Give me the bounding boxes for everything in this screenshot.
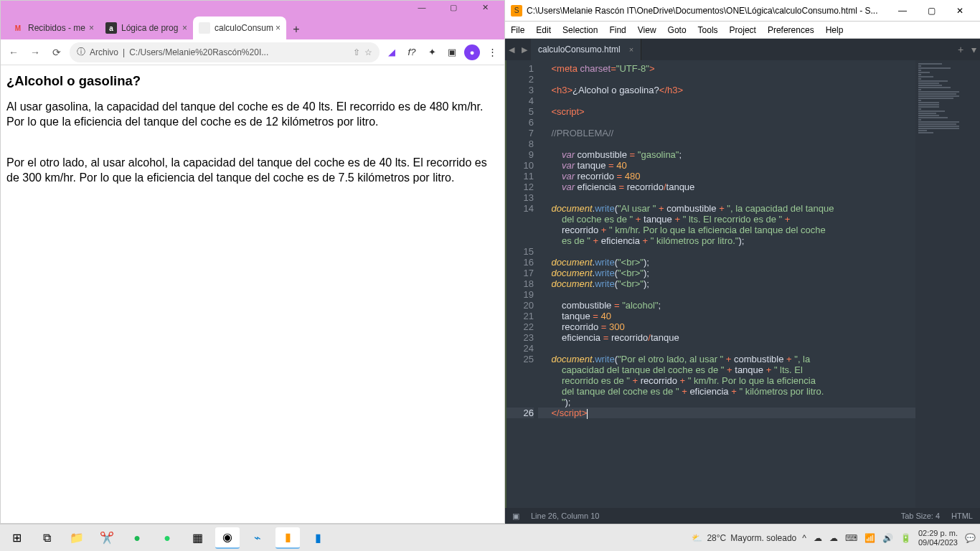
share-icon[interactable]: ⇧ xyxy=(353,47,360,57)
tab-new-icon[interactable]: + xyxy=(954,44,967,55)
clock[interactable]: 02:29 p. m. 09/04/2023 xyxy=(918,529,958,547)
sublime-menubar: File Edit Selection Find View Goto Tools… xyxy=(505,22,980,39)
taskview-icon[interactable]: ⧉ xyxy=(34,527,59,549)
editor[interactable]: 1234567891011121314151617181920212223242… xyxy=(505,60,980,508)
extensions-icon[interactable]: ✦ xyxy=(424,44,440,60)
spotify-icon[interactable]: ● xyxy=(125,527,149,549)
page-paragraph: Por el otro lado, al usar alcohol, la ca… xyxy=(6,156,499,186)
tab-logica[interactable]: a Lógica de prog × xyxy=(100,17,193,39)
chrome-icon[interactable]: ◉ xyxy=(215,527,240,549)
sublime-taskbar-icon[interactable]: ▮ xyxy=(275,527,300,549)
page-content: ¿Alcohol o gasolina? Al usar gasolina, l… xyxy=(1,65,504,204)
sidepanel-icon[interactable]: ▣ xyxy=(444,44,460,60)
weather-temp: 28°C xyxy=(707,533,726,543)
tab-prev-icon[interactable]: ◀ xyxy=(505,45,518,55)
snip-icon[interactable]: ✂️ xyxy=(95,527,119,549)
whatsapp-icon[interactable]: ● xyxy=(155,527,179,549)
minimize-button[interactable]: — xyxy=(417,3,427,11)
tab-title: Recibidos - me xyxy=(28,23,85,33)
clock-time: 02:29 p. m. xyxy=(918,529,958,538)
minimap[interactable] xyxy=(915,60,980,508)
onedrive2-icon[interactable]: ☁ xyxy=(829,533,838,543)
system-tray: ^ ☁ ☁ ⌨ 📶 🔊 🔋 02:29 p. m. 09/04/2023 💬 xyxy=(802,529,976,547)
weather-cond: Mayorm. soleado xyxy=(730,533,796,543)
close-icon[interactable]: × xyxy=(629,45,633,54)
vscode-icon[interactable]: ⌁ xyxy=(245,527,270,549)
tab-title: Lógica de prog xyxy=(121,23,178,33)
close-button[interactable]: ✕ xyxy=(946,6,974,16)
maximize-button[interactable]: ▢ xyxy=(448,3,458,12)
sublime-tabbar: ◀ ▶ calculoConsumo.html × + ▾ xyxy=(505,39,980,60)
menu-icon[interactable]: ⋮ xyxy=(484,44,500,60)
app2-icon[interactable]: ▮ xyxy=(306,527,330,549)
chrome-window: — ▢ ✕ M Recibidos - me × a Lógica de pro… xyxy=(0,0,505,524)
ext-f-icon[interactable]: f? xyxy=(404,44,420,60)
profile-icon[interactable]: ● xyxy=(464,44,480,60)
status-position[interactable]: Line 26, Column 10 xyxy=(531,512,599,520)
tab-next-icon[interactable]: ▶ xyxy=(518,45,531,55)
close-icon[interactable]: × xyxy=(182,23,187,33)
page-heading: ¿Alcohol o gasolina? xyxy=(6,72,499,90)
editor-tab[interactable]: calculoConsumo.html × xyxy=(531,39,641,60)
explorer-icon[interactable]: 📁 xyxy=(65,527,89,549)
gmail-icon: M xyxy=(12,22,24,34)
gutter: 1234567891011121314151617181920212223242… xyxy=(505,60,538,508)
bookmark-icon[interactable]: ☆ xyxy=(364,47,372,57)
chrome-toolbar: ← → ⟳ ⓘ Archivo | C:/Users/Melanie%20Ras… xyxy=(1,39,504,65)
status-syntax[interactable]: HTML xyxy=(951,512,973,520)
sublime-window: S C:\Users\Melanie Rascón IT\OneDrive\Do… xyxy=(505,0,980,524)
volume-icon[interactable]: 🔊 xyxy=(882,533,893,543)
notifications-icon[interactable]: 💬 xyxy=(965,533,976,543)
status-bar: ▣ Line 26, Column 10 Tab Size: 4 HTML xyxy=(505,508,980,524)
chrome-titlebar: — ▢ ✕ xyxy=(1,1,504,14)
minimize-button[interactable]: — xyxy=(888,6,917,16)
info-icon: ⓘ xyxy=(77,46,85,58)
menu-goto[interactable]: Goto xyxy=(668,25,687,35)
page-paragraph: Al usar gasolina, la capacidad del tanqu… xyxy=(6,100,499,130)
chrome-tab-strip: M Recibidos - me × a Lógica de prog × ca… xyxy=(1,14,504,39)
maximize-button[interactable]: ▢ xyxy=(917,6,946,16)
menu-file[interactable]: File xyxy=(511,25,524,35)
chevron-up-icon[interactable]: ^ xyxy=(802,533,806,543)
menu-preferences[interactable]: Preferences xyxy=(768,25,814,35)
address-bar[interactable]: ⓘ Archivo | C:/Users/Melanie%20Rascón%20… xyxy=(70,42,380,62)
menu-find[interactable]: Find xyxy=(609,25,626,35)
menu-help[interactable]: Help xyxy=(826,25,844,35)
battery-icon[interactable]: 🔋 xyxy=(900,533,911,543)
reload-button[interactable]: ⟳ xyxy=(48,44,65,61)
start-button[interactable]: ⊞ xyxy=(4,527,29,549)
code-area[interactable]: <meta charset="UTF-8"> <h3>¿Alcohol o ga… xyxy=(538,60,915,508)
wifi-icon[interactable]: 📶 xyxy=(864,533,875,543)
sublime-icon: S xyxy=(511,5,522,17)
menu-project[interactable]: Project xyxy=(730,25,756,35)
window-title: C:\Users\Melanie Rascón IT\OneDrive\Docu… xyxy=(527,6,888,16)
tab-dropdown-icon[interactable]: ▾ xyxy=(967,44,980,55)
ext-color-icon[interactable]: ◢ xyxy=(384,44,400,60)
alura-icon: a xyxy=(105,22,117,34)
back-button[interactable]: ← xyxy=(5,44,22,61)
language-icon[interactable]: ⌨ xyxy=(845,533,857,543)
file-icon xyxy=(199,22,210,34)
onedrive-icon[interactable]: ☁ xyxy=(814,533,822,543)
menu-tools[interactable]: Tools xyxy=(698,25,718,35)
forward-button[interactable]: → xyxy=(27,44,44,61)
weather-widget[interactable]: ⛅ 28°C Mayorm. soleado xyxy=(692,533,796,543)
close-icon[interactable]: × xyxy=(275,23,281,33)
taskbar: ⊞ ⧉ 📁 ✂️ ● ● ▦ ◉ ⌁ ▮ ▮ ⛅ 28°C Mayorm. so… xyxy=(0,524,980,551)
status-tabsize[interactable]: Tab Size: 4 xyxy=(901,512,940,520)
menu-edit[interactable]: Edit xyxy=(536,25,551,35)
menu-view[interactable]: View xyxy=(638,25,656,35)
panel-switcher-icon[interactable]: ▣ xyxy=(512,512,519,521)
app-icon[interactable]: ▦ xyxy=(185,527,209,549)
menu-selection[interactable]: Selection xyxy=(562,25,598,35)
tab-calculo[interactable]: calculoConsum × xyxy=(193,17,286,39)
tab-recibidos[interactable]: M Recibidos - me × xyxy=(6,17,100,39)
new-tab-button[interactable]: + xyxy=(286,19,306,39)
weather-icon: ⛅ xyxy=(692,533,702,543)
url-text: C:/Users/Melanie%20Rascón%20I... xyxy=(129,47,349,57)
tab-filename: calculoConsumo.html xyxy=(538,44,621,55)
close-icon[interactable]: × xyxy=(89,23,94,33)
sublime-titlebar: S C:\Users\Melanie Rascón IT\OneDrive\Do… xyxy=(505,0,980,22)
clock-date: 09/04/2023 xyxy=(918,538,958,547)
close-button[interactable]: ✕ xyxy=(480,3,490,12)
